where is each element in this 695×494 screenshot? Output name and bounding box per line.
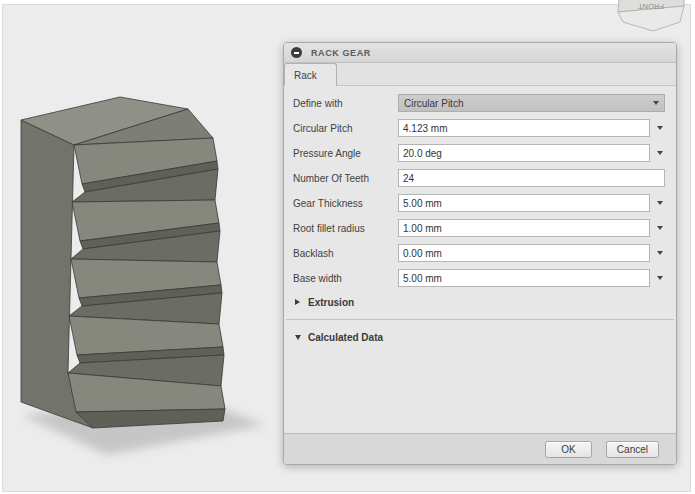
define-with-select[interactable]: Circular Pitch (398, 94, 665, 112)
cancel-button[interactable]: Cancel (606, 441, 659, 458)
rack-gear-3d-model[interactable] (15, 95, 270, 465)
field-label: Define with (293, 98, 398, 109)
field-row-base-width: Base width (293, 269, 667, 287)
field-row-pressure-angle: Pressure Angle (293, 144, 667, 162)
dropdown-arrow-icon[interactable] (657, 251, 663, 255)
field-label: Pressure Angle (293, 148, 398, 159)
dialog-title: RACK GEAR (311, 48, 371, 58)
root-fillet-radius-input[interactable] (398, 219, 650, 237)
tab-bar: Rack (284, 63, 676, 86)
field-row-gear-thickness: Gear Thickness (293, 194, 667, 212)
dialog-footer: OK Cancel (284, 433, 676, 464)
section-label: Calculated Data (308, 332, 383, 343)
field-label: Root fillet radius (293, 223, 398, 234)
number-of-teeth-input[interactable] (398, 169, 665, 187)
field-label: Base width (293, 273, 398, 284)
section-divider (286, 319, 674, 320)
dropdown-arrow-icon[interactable] (657, 151, 663, 155)
dropdown-arrow-icon[interactable] (657, 226, 663, 230)
field-label: Gear Thickness (293, 198, 398, 209)
dropdown-arrow-icon (653, 101, 659, 105)
field-label: Circular Pitch (293, 123, 398, 134)
collapse-icon[interactable] (291, 47, 302, 58)
view-cube[interactable]: FRONT (608, 0, 695, 34)
tab-rack[interactable]: Rack (284, 63, 337, 86)
field-label: Number Of Teeth (293, 173, 398, 184)
view-cube-face-label: FRONT (638, 2, 664, 11)
section-label: Extrusion (308, 297, 354, 308)
gear-thickness-input[interactable] (398, 194, 650, 212)
dialog-header[interactable]: RACK GEAR (284, 43, 676, 63)
section-extrusion[interactable]: Extrusion (293, 294, 667, 310)
ok-button[interactable]: OK (545, 441, 592, 458)
circular-pitch-input[interactable] (398, 119, 650, 137)
disclosure-triangle-icon (295, 335, 301, 340)
field-row-circular-pitch: Circular Pitch (293, 119, 667, 137)
application-window: FRONT RACK GEAR Rack Define with Circula… (0, 0, 695, 494)
field-row-root-fillet-radius: Root fillet radius (293, 219, 667, 237)
backlash-input[interactable] (398, 244, 650, 262)
dialog-content: Define with Circular Pitch Circular Pitc… (284, 86, 676, 345)
section-calculated-data[interactable]: Calculated Data (293, 329, 667, 345)
field-row-define-with: Define with Circular Pitch (293, 94, 667, 112)
pressure-angle-input[interactable] (398, 144, 650, 162)
dropdown-arrow-icon[interactable] (657, 201, 663, 205)
base-width-input[interactable] (398, 269, 650, 287)
rack-gear-dialog: RACK GEAR Rack Define with Circular Pitc… (283, 42, 677, 465)
dropdown-arrow-icon[interactable] (657, 276, 663, 280)
select-value: Circular Pitch (404, 98, 463, 109)
field-row-number-of-teeth: Number Of Teeth (293, 169, 667, 187)
tab-label: Rack (294, 70, 317, 81)
disclosure-triangle-icon (295, 299, 300, 305)
dropdown-arrow-icon[interactable] (657, 126, 663, 130)
field-label: Backlash (293, 248, 398, 259)
field-row-backlash: Backlash (293, 244, 667, 262)
